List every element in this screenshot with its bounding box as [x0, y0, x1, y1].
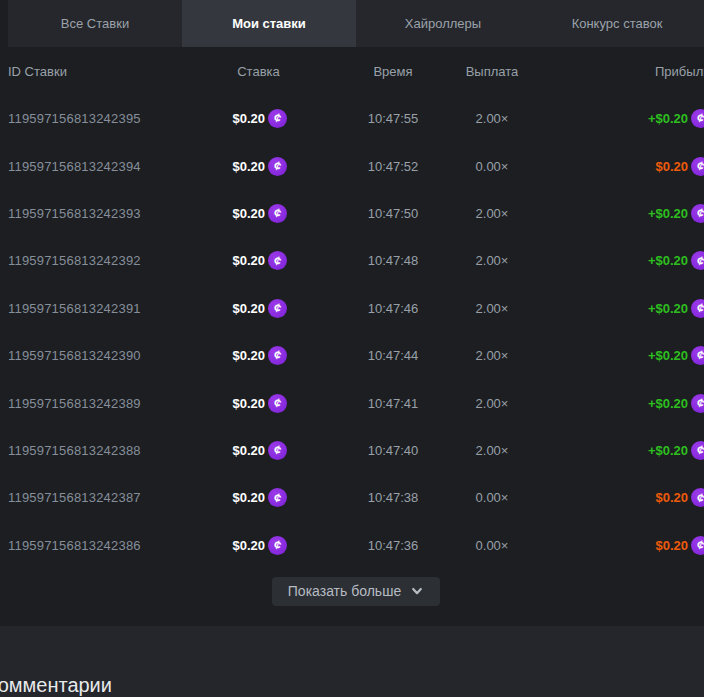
- bet-id-cell: 119597156813242387: [8, 474, 141, 521]
- cent-coin-icon: ¢: [691, 441, 704, 460]
- tab-bet-contest[interactable]: Конкурс ставок: [530, 0, 704, 47]
- cent-coin-icon: ¢: [691, 299, 704, 318]
- bet-amount-cell: $0.20 ¢: [180, 427, 287, 474]
- table-row[interactable]: 119597156813242390 $0.20 ¢ 10:47:44 2.00…: [0, 332, 704, 379]
- bet-profit-amount: +$0.20: [648, 443, 688, 458]
- bet-payout-cell: 2.00×: [432, 379, 552, 426]
- bet-id-cell: 119597156813242388: [8, 427, 141, 474]
- cent-coin-icon: ¢: [691, 536, 704, 555]
- cent-coin-icon: ¢: [691, 394, 704, 413]
- bets-panel: Все Ставки Мои ставки Хайроллеры Конкурс…: [0, 0, 704, 697]
- bets-table-section: ID Ставки Ставка Время Выплата Прибыль 1…: [0, 47, 704, 626]
- bet-amount-cell: $0.20 ¢: [180, 95, 287, 142]
- bet-profit-cell: $0.20 ¢: [560, 142, 704, 189]
- bet-profit-cell: +$0.20 ¢: [560, 190, 704, 237]
- bet-amount-cell: $0.20 ¢: [180, 522, 287, 569]
- cent-coin-icon: ¢: [268, 346, 287, 365]
- bet-amount-cell: $0.20 ¢: [180, 285, 287, 332]
- bet-profit-cell: +$0.20 ¢: [560, 285, 704, 332]
- show-more-wrap: Показать больше: [0, 577, 704, 606]
- cent-coin-icon: ¢: [268, 299, 287, 318]
- table-row[interactable]: 119597156813242389 $0.20 ¢ 10:47:41 2.00…: [0, 379, 704, 426]
- bet-profit-amount: +$0.20: [648, 206, 688, 221]
- tab-highrollers[interactable]: Хайроллеры: [356, 0, 530, 47]
- bet-profit-cell: +$0.20 ¢: [560, 95, 704, 142]
- table-row[interactable]: 119597156813242388 $0.20 ¢ 10:47:40 2.00…: [0, 427, 704, 474]
- bet-amount-cell: $0.20 ¢: [180, 190, 287, 237]
- bet-profit-cell: $0.20 ¢: [560, 522, 704, 569]
- bet-profit-amount: +$0.20: [648, 348, 688, 363]
- cent-coin-icon: ¢: [268, 109, 287, 128]
- table-row[interactable]: 119597156813242394 $0.20 ¢ 10:47:52 0.00…: [0, 142, 704, 189]
- cent-coin-icon: ¢: [691, 251, 704, 270]
- cent-coin-icon: ¢: [691, 109, 704, 128]
- bet-amount: $0.20: [232, 348, 265, 363]
- cent-coin-icon: ¢: [268, 394, 287, 413]
- bet-amount-cell: $0.20 ¢: [180, 142, 287, 189]
- bet-payout-cell: 0.00×: [432, 474, 552, 521]
- cent-coin-icon: ¢: [268, 536, 287, 555]
- cent-coin-icon: ¢: [691, 346, 704, 365]
- bet-amount: $0.20: [232, 111, 265, 126]
- bet-id-cell: 119597156813242395: [8, 95, 141, 142]
- cent-coin-icon: ¢: [691, 204, 704, 223]
- bet-payout-cell: 2.00×: [432, 190, 552, 237]
- bet-profit-amount: $0.20: [655, 490, 688, 505]
- header-bet-id: ID Ставки: [8, 47, 67, 95]
- bet-payout-cell: 2.00×: [432, 237, 552, 284]
- bet-profit-cell: +$0.20 ¢: [560, 237, 704, 284]
- bet-payout-cell: 2.00×: [432, 427, 552, 474]
- bet-profit-amount: +$0.20: [648, 111, 688, 126]
- bet-payout-cell: 2.00×: [432, 95, 552, 142]
- table-row[interactable]: 119597156813242393 $0.20 ¢ 10:47:50 2.00…: [0, 190, 704, 237]
- bets-table-body: 119597156813242395 $0.20 ¢ 10:47:55 2.00…: [0, 95, 704, 569]
- bet-amount: $0.20: [232, 490, 265, 505]
- bet-amount: $0.20: [232, 206, 265, 221]
- table-row[interactable]: 119597156813242391 $0.20 ¢ 10:47:46 2.00…: [0, 285, 704, 332]
- tab-my-bets[interactable]: Мои ставки: [182, 0, 356, 47]
- bet-profit-amount: +$0.20: [648, 301, 688, 316]
- header-bet: Ставка: [230, 47, 287, 95]
- bet-profit-cell: +$0.20 ¢: [560, 379, 704, 426]
- bet-payout-cell: 0.00×: [432, 142, 552, 189]
- bet-payout-cell: 0.00×: [432, 522, 552, 569]
- bets-table-header: ID Ставки Ставка Время Выплата Прибыль: [0, 47, 704, 95]
- chevron-down-icon: [410, 584, 424, 598]
- bet-amount: $0.20: [232, 396, 265, 411]
- header-payout: Выплата: [432, 47, 552, 95]
- bet-amount-cell: $0.20 ¢: [180, 474, 287, 521]
- bet-id-cell: 119597156813242389: [8, 379, 141, 426]
- bet-profit-amount: $0.20: [655, 538, 688, 553]
- comments-section: Комментарии: [0, 626, 704, 697]
- cent-coin-icon: ¢: [268, 488, 287, 507]
- bet-payout-cell: 2.00×: [432, 332, 552, 379]
- bet-id-cell: 119597156813242386: [8, 522, 141, 569]
- bet-profit-amount: +$0.20: [648, 253, 688, 268]
- show-more-button[interactable]: Показать больше: [272, 577, 440, 606]
- bet-profit-cell: +$0.20 ¢: [560, 427, 704, 474]
- cent-coin-icon: ¢: [268, 204, 287, 223]
- bet-profit-amount: $0.20: [655, 159, 688, 174]
- show-more-label: Показать больше: [288, 583, 401, 599]
- bet-profit-cell: $0.20 ¢: [560, 474, 704, 521]
- bet-amount-cell: $0.20 ¢: [180, 332, 287, 379]
- cent-coin-icon: ¢: [691, 488, 704, 507]
- bet-amount: $0.20: [232, 443, 265, 458]
- cent-coin-icon: ¢: [268, 441, 287, 460]
- cent-coin-icon: ¢: [691, 157, 704, 176]
- tab-all-bets[interactable]: Все Ставки: [8, 0, 182, 47]
- bet-amount: $0.20: [232, 538, 265, 553]
- bet-id-cell: 119597156813242394: [8, 142, 141, 189]
- bet-amount: $0.20: [232, 159, 265, 174]
- table-row[interactable]: 119597156813242387 $0.20 ¢ 10:47:38 0.00…: [0, 474, 704, 521]
- bet-profit-amount: +$0.20: [648, 396, 688, 411]
- bets-tabbar: Все Ставки Мои ставки Хайроллеры Конкурс…: [8, 0, 704, 47]
- table-row[interactable]: 119597156813242386 $0.20 ¢ 10:47:36 0.00…: [0, 522, 704, 569]
- bet-amount: $0.20: [232, 301, 265, 316]
- bet-id-cell: 119597156813242390: [8, 332, 141, 379]
- table-row[interactable]: 119597156813242395 $0.20 ¢ 10:47:55 2.00…: [0, 95, 704, 142]
- table-row[interactable]: 119597156813242392 $0.20 ¢ 10:47:48 2.00…: [0, 237, 704, 284]
- bet-profit-cell: +$0.20 ¢: [560, 332, 704, 379]
- bet-amount-cell: $0.20 ¢: [180, 379, 287, 426]
- bet-payout-cell: 2.00×: [432, 285, 552, 332]
